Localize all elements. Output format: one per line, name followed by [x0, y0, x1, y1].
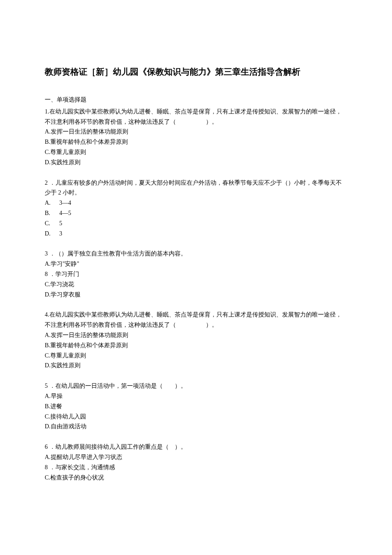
question-stem: 3 ．（）属于独立自主性教育中生活方面的基本内容。	[45, 249, 347, 259]
question-option: A.3—4	[45, 198, 347, 208]
questions-container: 1.在幼儿园实践中某些教师认为幼儿进餐、睡眠、茶点等是保育，只有上课才是传授知识…	[45, 107, 347, 483]
option-text: 进餐	[50, 403, 62, 410]
question-option: 8 ．学习开门	[45, 269, 347, 279]
option-label: A.	[45, 393, 51, 399]
option-label: A.	[45, 128, 51, 135]
option-text: 重视年龄特点和个体差异原则	[50, 342, 128, 349]
question-option: A.发挥一日生活的整体功能原则	[45, 127, 347, 137]
option-text: 5	[59, 220, 62, 227]
option-label: 8	[45, 464, 48, 471]
option-text: 自由游戏活动	[51, 423, 86, 430]
option-text: ．与家长交流，沟通情感	[48, 464, 115, 471]
question-option: A.提醒幼儿尽早进入学习状态	[45, 452, 347, 462]
option-label: A.	[45, 261, 51, 267]
question-option: B.重视年龄特点和个体差异原则	[45, 137, 347, 147]
question-option: C.尊重儿童原则	[45, 351, 347, 361]
option-label: C.	[45, 149, 50, 155]
option-text: 实践性原则	[51, 362, 81, 369]
document-title: 教师资格证［新］幼儿园《保教知识与能力》第三章生活指导含解析	[45, 66, 347, 78]
question-stem: 1.在幼儿园实践中某些教师认为幼儿进餐、睡眠、茶点等是保育，只有上课才是传授知识…	[45, 107, 347, 127]
question-option: D.实践性原则	[45, 360, 347, 371]
question-block: 2 ．儿童应有较多的户外活动时间，夏天大部分时间应在户外活动，春秋季节每天应不少…	[45, 178, 347, 239]
option-text: 尊重儿童原则	[50, 149, 86, 155]
question-option: B.重视年龄特点和个体差异原则	[45, 340, 347, 351]
question-option: C.尊重儿童原则	[45, 147, 347, 157]
question-option: C.接待幼儿入园	[45, 412, 347, 422]
question-block: 1.在幼儿园实践中某些教师认为幼儿进餐、睡眠、茶点等是保育，只有上课才是传授知识…	[45, 107, 347, 168]
question-option: C.5	[45, 218, 347, 229]
option-text: 检查孩子的身心状况	[50, 474, 104, 481]
option-label: C.	[45, 218, 59, 229]
question-option: D.实践性原则	[45, 157, 347, 168]
question-block: 4.在幼儿园实践中某些教师认为幼儿进餐、睡眠、茶点等是保育，只有上课才是传授知识…	[45, 310, 347, 371]
question-block: 3 ．（）属于独立自主性教育中生活方面的基本内容。A.学习"安静"8 ．学习开门…	[45, 249, 347, 299]
option-text: 学习"安静"	[51, 261, 79, 267]
question-option: B.进餐	[45, 401, 347, 412]
option-label: D.	[45, 291, 51, 298]
option-text: 尊重儿童原则	[50, 352, 86, 359]
option-text: 重视年龄特点和个体差异原则	[50, 139, 128, 145]
question-block: 5 ．在幼儿园的一日活动中，第一项活动是（ ）。A.早操B.进餐C.接待幼儿入园…	[45, 381, 347, 432]
question-stem: 2 ．儿童应有较多的户外活动时间，夏天大部分时间应在户外活动，春秋季节每天应不少…	[45, 178, 347, 198]
question-block: 6 ．幼儿教师晨间接待幼儿入园工作的重点是（ ）。A.提醒幼儿尽早进入学习状态8…	[45, 442, 347, 482]
document-page: 教师资格证［新］幼儿园《保教知识与能力》第三章生活指导含解析 一、单项选择题 1…	[0, 0, 392, 517]
option-text: 学习穿衣服	[51, 291, 81, 298]
option-label: A.	[45, 332, 51, 338]
option-text: 接待幼儿入园	[50, 413, 86, 420]
question-option: B.4—5	[45, 208, 347, 218]
option-label: 8	[45, 271, 48, 277]
option-text: 发挥一日生活的整体功能原则	[51, 332, 128, 338]
question-option: D.3	[45, 229, 347, 239]
option-text: 3	[59, 230, 62, 237]
option-text: 发挥一日生活的整体功能原则	[51, 128, 128, 135]
question-option: C.检查孩子的身心状况	[45, 473, 347, 483]
question-stem: 5 ．在幼儿园的一日活动中，第一项活动是（ ）。	[45, 381, 347, 391]
question-option: A.早操	[45, 391, 347, 401]
question-option: 8 ．与家长交流，沟通情感	[45, 462, 347, 473]
option-label: C.	[45, 474, 50, 481]
option-text: 学习浇花	[50, 281, 74, 288]
question-option: A.学习"安静"	[45, 259, 347, 269]
option-text: 4—5	[59, 210, 71, 216]
option-label: A.	[45, 198, 59, 208]
option-label: B.	[45, 208, 59, 218]
option-text: 提醒幼儿尽早进入学习状态	[51, 454, 122, 460]
option-text: ．学习开门	[48, 271, 79, 277]
option-label: B.	[45, 403, 50, 410]
question-option: D.自由游戏活动	[45, 421, 347, 432]
option-label: C.	[45, 281, 50, 288]
option-label: C.	[45, 413, 50, 420]
option-label: D.	[45, 229, 59, 239]
question-option: C.学习浇花	[45, 279, 347, 290]
section-label: 一、单项选择题	[45, 95, 347, 105]
question-option: A.发挥一日生活的整体功能原则	[45, 330, 347, 340]
question-stem: 4.在幼儿园实践中某些教师认为幼儿进餐、睡眠、茶点等是保育，只有上课才是传授知识…	[45, 310, 347, 330]
option-label: C.	[45, 352, 50, 359]
option-label: D.	[45, 423, 51, 430]
option-text: 3—4	[59, 200, 71, 206]
option-label: A.	[45, 454, 51, 460]
option-label: D.	[45, 362, 51, 369]
option-label: B.	[45, 139, 50, 145]
option-label: B.	[45, 342, 50, 349]
option-label: D.	[45, 159, 51, 166]
question-option: D.学习穿衣服	[45, 290, 347, 300]
option-text: 实践性原则	[51, 159, 81, 166]
option-text: 早操	[51, 393, 63, 399]
question-stem: 6 ．幼儿教师晨间接待幼儿入园工作的重点是（ ）。	[45, 442, 347, 452]
